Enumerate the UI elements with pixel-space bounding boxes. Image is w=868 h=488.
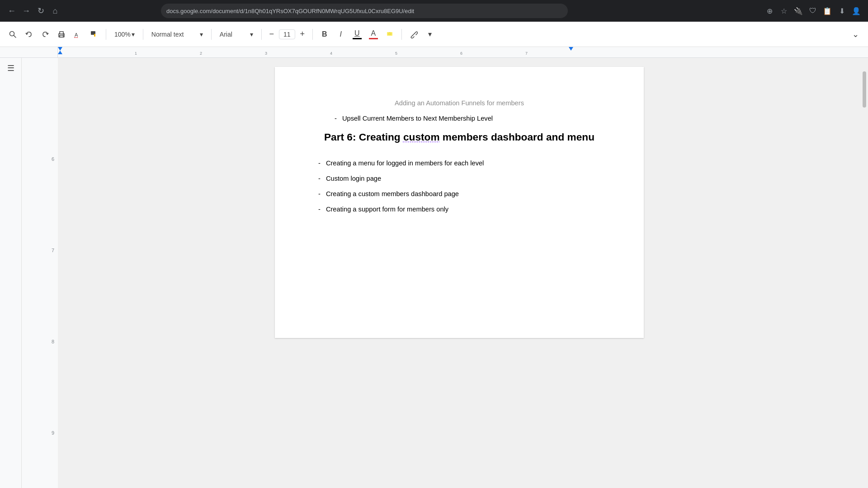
svg-text:A: A [75,32,78,38]
svg-rect-3 [60,32,63,34]
star-btn[interactable]: ☆ [778,5,790,17]
bullet-item-0: - Creating a menu for logged in members … [318,160,600,167]
zoom-label: 100% [114,31,131,38]
spellcheck-icon: A [74,30,82,38]
back-button[interactable]: ← [5,5,18,17]
search-icon [9,30,17,38]
extension-btn-3[interactable]: 📋 [821,5,834,17]
ruler-num-2: 2 [200,51,202,56]
bullet-item-3: - Creating a support form for members on… [318,206,600,213]
separator-1 [106,29,106,40]
faded-heading-top: Adding an Automation Funnels for members [318,99,600,107]
bullet-dash-2: - [318,190,321,197]
browser-actions: ⊕ ☆ 🔌 🛡 📋 ⬇ 👤 [763,5,863,17]
url-text: docs.google.com/document/d/1n8Qh01qYRsOX… [166,8,414,14]
upsell-bullet: - Upsell Current Members to Next Members… [335,115,600,122]
ruler-right-indent [569,47,573,51]
underline-icon: U [353,29,362,39]
ruler-num-1: 1 [135,51,137,56]
increase-font-btn[interactable]: + [297,29,308,40]
ruler-left-margin-handle [58,51,62,54]
ruler: 1 2 3 4 5 6 7 [58,47,868,57]
spellcheck-btn[interactable]: A [71,27,85,42]
bullet-dash-0: - [318,160,321,167]
extension-btn-1[interactable]: 🔌 [792,5,805,17]
bullet-item-2: - Creating a custom members dashboard pa… [318,190,600,197]
doc-scroll-area[interactable]: Adding an Automation Funnels for members… [58,58,861,488]
font-dropdown[interactable]: Arial ▾ [216,29,257,40]
svg-line-1 [14,35,16,38]
font-label: Arial [220,31,232,38]
zoom-browser-btn[interactable]: ⊕ [763,5,776,17]
redo-btn[interactable] [38,27,52,42]
ruler-area: 1 2 3 4 5 6 7 [0,47,868,58]
style-dropdown-icon: ▾ [200,31,203,38]
text-color-icon: A [369,29,378,39]
link-dropdown-btn[interactable]: ▾ [423,27,437,42]
bullet-dash-3: - [318,206,321,213]
style-dropdown[interactable]: Normal text ▾ [148,29,207,40]
toolbar: A 100% ▾ Normal text ▾ Arial ▾ − 11 + B … [0,22,868,47]
address-bar[interactable]: docs.google.com/document/d/1n8Qh01qYRsOX… [161,4,568,18]
svg-rect-4 [60,35,63,37]
bullet-text-3: Creating a support form for members only [326,206,448,213]
bold-btn[interactable]: B [317,27,332,42]
paint-format-btn[interactable] [87,27,101,42]
line-numbers: 6 7 8 9 [22,58,58,488]
italic-icon: I [340,30,342,38]
heading-custom-word: custom [403,131,440,143]
svg-point-5 [63,34,64,35]
print-btn[interactable] [54,27,69,42]
line-num-6: 6 [52,156,54,162]
italic-btn[interactable]: I [334,27,348,42]
heading-part6-after: members dashboard and menu [440,131,594,143]
doc-content: Adding an Automation Funnels for members… [318,99,600,213]
svg-line-11 [413,33,415,35]
upsell-text: Upsell Current Members to Next Membershi… [342,115,493,122]
bullet-dash-upsell: - [335,115,337,122]
bullet-item-1: - Custom login page [318,175,600,182]
link-icon [410,30,418,38]
home-button[interactable]: ⌂ [49,5,61,17]
extension-btn-2[interactable]: 🛡 [807,5,819,17]
nav-buttons: ← → ↻ ⌂ [5,5,61,17]
ruler-num-5: 5 [395,51,397,56]
browser-chrome: ← → ↻ ⌂ docs.google.com/document/d/1n8Qh… [0,0,868,22]
ruler-num-3: 3 [265,51,267,56]
forward-button[interactable]: → [20,5,33,17]
profile-btn[interactable]: 👤 [850,5,863,17]
separator-2 [143,29,143,40]
line-num-9: 9 [52,430,54,436]
decrease-font-btn[interactable]: − [266,29,277,40]
download-btn[interactable]: ⬇ [835,5,848,17]
svg-rect-9 [94,34,95,37]
right-scrollbar[interactable] [861,58,868,488]
refresh-button[interactable]: ↻ [34,5,47,17]
ruler-left-indent [58,47,62,51]
main-area: ☰ 6 7 8 9 Adding an Automation Funnels f… [0,58,868,488]
separator-5 [312,29,313,40]
search-btn[interactable] [5,27,20,42]
bullet-text-0: Creating a menu for logged in members fo… [326,160,484,167]
undo-btn[interactable] [22,27,36,42]
bold-icon: B [322,30,327,38]
outline-icon[interactable]: ☰ [7,63,14,73]
bullet-text-2: Creating a custom members dashboard page [326,190,459,197]
scrollbar-thumb[interactable] [863,71,866,108]
bullet-dash-1: - [318,175,321,182]
text-color-btn[interactable]: A [366,27,381,42]
highlight-btn[interactable] [382,27,397,42]
doc-page: Adding an Automation Funnels for members… [275,67,644,338]
link-btn[interactable] [406,27,421,42]
font-size-box[interactable]: 11 [279,29,295,39]
highlight-icon [386,30,394,38]
underline-btn[interactable]: U [350,27,364,42]
line-num-7: 7 [52,248,54,253]
line-num-8: 8 [52,339,54,344]
more-options-btn[interactable]: ⌄ [849,28,863,41]
redo-icon [41,30,49,38]
undo-icon [25,30,33,38]
font-dropdown-icon: ▾ [250,31,253,38]
zoom-control[interactable]: 100% ▾ [111,29,138,40]
left-sidebar: ☰ [0,58,22,488]
